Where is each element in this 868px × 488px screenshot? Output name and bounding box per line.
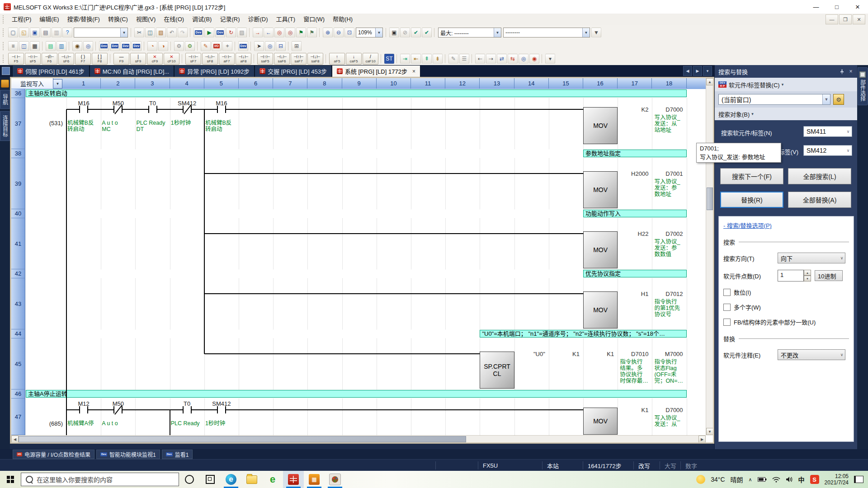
- dropdown-more-icon[interactable]: ▼: [591, 28, 601, 38]
- task-view-button[interactable]: [200, 471, 221, 488]
- ladder-symbol-button-cF9[interactable]: ✕cF9: [147, 53, 163, 65]
- direction-combo[interactable]: 向下∨: [778, 253, 845, 263]
- ladder-symbol-button-aF5[interactable]: ↑aF5: [329, 53, 345, 65]
- menu-item[interactable]: 调试(B): [188, 14, 216, 24]
- horizontal-scroll-thumb[interactable]: [19, 436, 466, 442]
- chevron-down-icon[interactable]: ∨: [844, 129, 852, 134]
- rung-comment-bar[interactable]: 主轴B反转启动: [26, 89, 687, 97]
- chevron-down-icon[interactable]: ▼: [375, 28, 382, 37]
- search-target-label[interactable]: 搜索对象(B): [718, 110, 750, 118]
- ladder-symbol-button-sF5[interactable]: ⊣↑⊢sF5: [25, 53, 41, 65]
- check-program-icon[interactable]: ✔: [411, 28, 421, 38]
- chevron-down-icon[interactable]: ∨: [839, 256, 845, 260]
- ladder-symbol-button-F9[interactable]: —F9: [113, 53, 129, 65]
- search-scope-combo[interactable]: (当前窗口) ▼: [718, 94, 830, 105]
- menu-item[interactable]: 记录(R): [216, 14, 244, 24]
- operand-value[interactable]: H22: [618, 230, 648, 237]
- contact-T0[interactable]: T0PLC ReadyDT: [136, 100, 170, 149]
- gear-green-icon[interactable]: ⚙: [185, 41, 195, 51]
- device-stack-icon[interactable]: Dev: [132, 41, 142, 51]
- ime-indicator[interactable]: 中: [798, 475, 805, 484]
- dock-tab-导航[interactable]: 导航: [0, 90, 10, 109]
- find-next-button[interactable]: 搜索下一个(F): [720, 168, 783, 184]
- device-comment-combo[interactable]: 不更改∨: [778, 349, 845, 360]
- io-assign-icon[interactable]: I/O: [212, 41, 222, 51]
- statement-edit-icon[interactable]: ☰: [459, 54, 469, 64]
- clock-setting-icon[interactable]: ◔: [147, 41, 157, 51]
- cut-icon[interactable]: ✂: [134, 28, 144, 38]
- maximize-button[interactable]: □: [826, 0, 847, 14]
- verify-icon[interactable]: ◎: [274, 28, 284, 38]
- zoom-out-icon[interactable]: ⊖: [334, 28, 344, 38]
- menu-item[interactable]: 视图(V): [132, 14, 160, 24]
- taskbar-search-input[interactable]: 在这里输入你要搜索的内容: [21, 473, 179, 486]
- open-project-icon[interactable]: ◱: [19, 28, 29, 38]
- instruction-block-SP.CPRT[interactable]: SP.CPRTCL: [480, 352, 514, 389]
- chevron-down-icon[interactable]: ▼: [120, 28, 127, 37]
- start-button[interactable]: [0, 471, 21, 488]
- ladder-symbol-button-F6[interactable]: ⊣/⊢F6: [42, 53, 57, 65]
- chevron-down-icon[interactable]: ∨: [844, 148, 852, 153]
- battery-icon[interactable]: [758, 477, 767, 482]
- docked-window-tab-1[interactable]: I/O电源容量 / I/O点数检查结果: [13, 450, 94, 459]
- docked-window-tab-2[interactable]: Dev智能功能模块监视1: [96, 450, 160, 459]
- document-tab-1[interactable]: 伺服 [PRG] [LD] 461步: [12, 65, 90, 77]
- terminal-monitor-icon[interactable]: ▶: [204, 28, 214, 38]
- replace-mode-label[interactable]: 软元件/标签替换(C): [729, 80, 780, 89]
- jump-back-icon[interactable]: ⇠: [475, 54, 485, 64]
- operand-value[interactable]: D7012: [652, 291, 683, 297]
- find-device-icon[interactable]: ◎: [519, 54, 528, 64]
- ladder-symbol-button-sF6[interactable]: ⊣↓⊢sF6: [58, 53, 74, 65]
- max-combo[interactable]: 最大: --------▼: [438, 28, 501, 38]
- checkbox-icon[interactable]: [723, 319, 731, 326]
- pin-icon[interactable]: [837, 67, 846, 75]
- read-from-plc-icon[interactable]: ←: [264, 28, 274, 38]
- operand-value[interactable]: H2000: [618, 170, 648, 177]
- find-device-combo[interactable]: SM411∨: [803, 126, 852, 137]
- monitor-mode-dropdown[interactable]: ▼: [53, 79, 62, 89]
- print-icon[interactable]: ▤: [41, 28, 51, 38]
- taskbar-clock[interactable]: 12:05 2021/7/24: [825, 473, 849, 486]
- instruction-block-MOV[interactable]: MOV: [583, 107, 618, 144]
- document-tab-3[interactable]: 异常 [PRG] [LD] 1092步: [174, 65, 255, 77]
- ladder-symbol-button-caF5[interactable]: ↓caF5: [346, 53, 362, 65]
- element-selection-tab[interactable]: 部件选择: [858, 67, 868, 105]
- zoom-in-icon[interactable]: ⊕: [323, 28, 333, 38]
- delete-row-icon[interactable]: ⇤: [411, 54, 421, 64]
- chip-icon[interactable]: ▦: [30, 41, 40, 51]
- jump-next-icon[interactable]: ⇢: [486, 54, 496, 64]
- option-icon[interactable]: ▾: [545, 54, 555, 64]
- filter-combo[interactable]: --------▼: [503, 28, 590, 38]
- tab-close-icon[interactable]: ×: [412, 68, 415, 75]
- operand-value[interactable]: "U0": [514, 351, 545, 357]
- monitor-stop-icon[interactable]: ⚑: [307, 28, 317, 38]
- cross-ref-list-icon[interactable]: ▤: [46, 41, 56, 51]
- vertical-scroll-thumb[interactable]: [707, 188, 713, 210]
- action-center-icon[interactable]: [854, 476, 863, 483]
- tray-expand-icon[interactable]: ∧: [749, 477, 752, 483]
- operand-value[interactable]: D7010: [618, 351, 648, 357]
- ladder-symbol-button-caF10[interactable]: /caF10: [363, 53, 378, 65]
- operand-value[interactable]: K1: [549, 351, 580, 357]
- search-options-link[interactable]: - 搜索/替换选项(P): [723, 222, 772, 229]
- pointer-find-icon[interactable]: ➤: [254, 41, 264, 51]
- menu-item[interactable]: 窗口(W): [299, 14, 329, 24]
- device-comment-icon[interactable]: Dev: [99, 41, 109, 51]
- tab-scroll-left-icon[interactable]: ◀: [683, 66, 692, 76]
- device-monitor-icon[interactable]: Dev: [193, 28, 203, 38]
- ladder-symbol-button-F8[interactable]: [ ]F8: [92, 53, 108, 65]
- save-project-icon[interactable]: ▣: [30, 28, 40, 38]
- contact-T0[interactable]: T0PLC Ready: [170, 400, 204, 435]
- ladder-symbol-button-F5[interactable]: ⊣ ⊢F5: [8, 53, 24, 65]
- file-explorer-icon[interactable]: [241, 471, 262, 488]
- ladder-symbol-button-saF5[interactable]: ⊣↑⊢saF5: [257, 53, 273, 65]
- delete-col-icon[interactable]: ⇟: [433, 54, 443, 64]
- ladder-symbol-button-aF8[interactable]: ⊣↓⊢aF8: [236, 53, 251, 65]
- number-base-combo[interactable]: 10进制: [815, 270, 843, 281]
- scroll-up-icon[interactable]: ▲: [706, 78, 713, 85]
- scroll-down-icon[interactable]: ▼: [706, 428, 713, 435]
- ladder-symbol-button-saF7[interactable]: ⊣↑⊢saF7: [291, 53, 307, 65]
- measure-icon[interactable]: ⊟: [276, 41, 286, 51]
- scroll-right-icon[interactable]: ▶: [698, 436, 706, 442]
- mdi-close-button[interactable]: ✕: [853, 14, 865, 24]
